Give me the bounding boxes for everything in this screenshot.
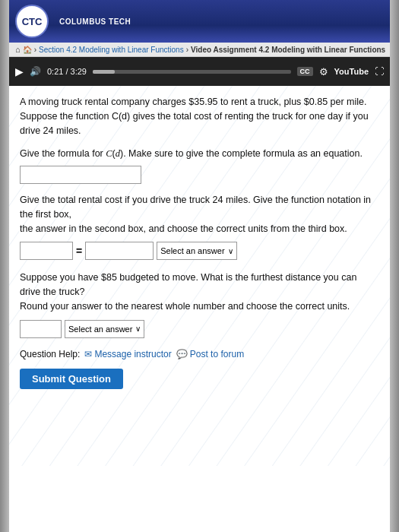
header: CTC COLUMBUS TECH <box>9 0 390 43</box>
answer-row-1: = Select an answer ∨ <box>20 242 379 260</box>
play-button[interactable]: ▶ <box>15 65 24 78</box>
settings-icon[interactable]: ⚙ <box>319 66 328 78</box>
formula-prompt: Give the formula for C(d). Make sure to … <box>20 147 379 161</box>
fullscreen-icon[interactable]: ⛶ <box>375 66 384 77</box>
youtube-logo: YouTube <box>334 67 369 76</box>
chevron-down-icon: ∨ <box>228 247 233 255</box>
part3-text: Suppose you have $85 budgeted to move. W… <box>20 271 379 313</box>
equals-sign: = <box>76 245 82 257</box>
cc-button[interactable]: CC <box>297 67 313 76</box>
message-instructor-link[interactable]: ✉ Message instructor <box>84 349 171 359</box>
school-name: COLUMBUS TECH <box>59 17 131 26</box>
volume-icon[interactable]: 🔊 <box>30 66 41 77</box>
video-progress-fill <box>93 70 115 74</box>
problem-intro: A moving truck rental company charges $3… <box>20 95 379 138</box>
breadcrumb-separator: › <box>34 46 36 54</box>
home-icon[interactable]: ⌂ <box>15 45 21 54</box>
left-sidebar <box>0 0 9 532</box>
breadcrumb-current: Video Assignment 4.2 Modeling with Linea… <box>191 46 385 54</box>
submit-button[interactable]: Submit Question <box>20 369 123 389</box>
video-player: ▶ 🔊 0:21 / 3:29 CC ⚙ YouTube ⛶ <box>9 57 390 86</box>
part2-text: Give the total rental cost if you drive … <box>20 193 379 236</box>
breadcrumb: ⌂ 🏠 › Section 4.2 Modeling with Linear F… <box>9 43 390 57</box>
question-help-row: Question Help: ✉ Message instructor 💬 Po… <box>20 349 379 359</box>
function-notation-input[interactable] <box>20 242 73 260</box>
main-content: A moving truck rental company charges $3… <box>9 86 390 466</box>
time-display: 0:21 / 3:29 <box>47 67 87 76</box>
right-sidebar <box>390 0 399 532</box>
answer-row-2: Select an answer ∨ <box>20 320 379 338</box>
breadcrumb-icon: 🏠 <box>23 46 32 54</box>
video-progress-bar[interactable] <box>93 70 291 74</box>
help-label: Question Help: <box>20 349 80 359</box>
envelope-icon: ✉ <box>84 349 92 359</box>
formula-input[interactable] <box>20 166 141 184</box>
breadcrumb-section-link[interactable]: Section 4.2 Modeling with Linear Functio… <box>39 46 184 54</box>
units-select-2[interactable]: Select an answer ∨ <box>65 320 144 338</box>
breadcrumb-separator2: › <box>186 46 188 54</box>
post-to-forum-link[interactable]: 💬 Post to forum <box>176 349 244 359</box>
cost-answer-input[interactable] <box>85 242 154 260</box>
chevron-down-icon-2: ∨ <box>135 325 141 333</box>
post-icon: 💬 <box>176 349 188 359</box>
ctc-logo: CTC <box>15 5 49 38</box>
units-select-1[interactable]: Select an answer ∨ <box>157 242 236 260</box>
distance-input[interactable] <box>20 320 62 338</box>
